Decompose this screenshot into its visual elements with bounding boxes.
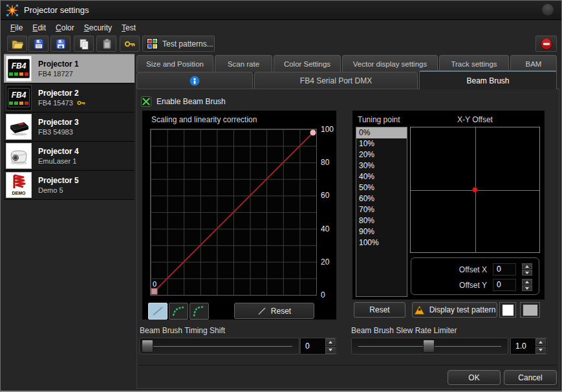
tab-fb4-serial-port-dmx[interactable]: FB4 Serial Port DMX bbox=[254, 72, 418, 89]
ok-button[interactable]: OK bbox=[448, 370, 501, 385]
gray-color-swatch-button[interactable] bbox=[520, 302, 540, 318]
offset-x-spinner[interactable] bbox=[522, 263, 532, 276]
spin-down-button[interactable] bbox=[325, 347, 336, 354]
security-key-button[interactable] bbox=[120, 36, 140, 52]
tab-scan-rate[interactable]: Scan rate bbox=[215, 55, 272, 72]
timing-shift-slider[interactable] bbox=[139, 338, 299, 354]
fb4-led-strip bbox=[9, 72, 28, 76]
projector-settings-window: Projector settings File Edit Color Secur… bbox=[0, 0, 562, 392]
fb4-badge: FB4 bbox=[12, 91, 27, 100]
spin-down-button[interactable] bbox=[535, 347, 546, 354]
tab-color-settings[interactable]: Color Settings bbox=[274, 55, 341, 72]
tab-vector-display-settings[interactable]: Vector display settings bbox=[342, 55, 438, 72]
projector-row-4[interactable]: Projector 4 EmuLaser 1 bbox=[4, 142, 135, 171]
tuning-reset-button[interactable]: Reset bbox=[354, 302, 405, 318]
tuning-point-item[interactable]: 70% bbox=[356, 204, 407, 215]
enable-beam-brush-checkbox[interactable] bbox=[141, 96, 151, 107]
tuning-point-title: Tuning point bbox=[358, 115, 400, 124]
offset-point-marker[interactable] bbox=[472, 187, 478, 193]
ease-out-curve-icon bbox=[171, 305, 186, 318]
spin-down-button[interactable] bbox=[522, 285, 532, 291]
menu-color[interactable]: Color bbox=[56, 23, 74, 32]
curve-steep-ease-button[interactable] bbox=[189, 303, 209, 320]
tuning-point-item[interactable]: 100% bbox=[356, 237, 407, 248]
window-control-button[interactable] bbox=[542, 4, 554, 16]
white-color-swatch-button[interactable] bbox=[499, 302, 516, 318]
copy-pages-icon bbox=[78, 38, 90, 50]
offset-y-input[interactable]: 0 bbox=[493, 279, 516, 291]
spin-up-button[interactable] bbox=[522, 263, 532, 269]
spin-down-button[interactable] bbox=[522, 270, 532, 276]
red-minus-icon bbox=[540, 38, 553, 50]
tab-beam-brush[interactable]: Beam Brush bbox=[419, 71, 557, 89]
tuning-point-item[interactable]: 50% bbox=[356, 182, 407, 193]
tuning-point-item[interactable]: 90% bbox=[356, 226, 407, 237]
projector-name: Projector 3 bbox=[38, 118, 79, 127]
timing-shift-slider-handle[interactable] bbox=[142, 340, 153, 353]
menu-test[interactable]: Test bbox=[122, 23, 136, 32]
menu-security[interactable]: Security bbox=[84, 23, 112, 32]
tab-track-settings[interactable]: Track settings bbox=[439, 55, 509, 72]
timing-shift-value-box[interactable]: 0 bbox=[300, 338, 337, 354]
beam-brush-panel: Enable Beam Brush Scaling and linearity … bbox=[136, 89, 559, 389]
save-button[interactable] bbox=[28, 36, 49, 52]
origin-value-label: 0 bbox=[153, 280, 157, 288]
y-tick-60: 60 bbox=[321, 191, 329, 200]
display-test-pattern-button[interactable]: * Display test pattern bbox=[412, 302, 497, 318]
slew-rate-spinner[interactable] bbox=[535, 338, 546, 354]
projector-row-5[interactable]: DEMO Projector 5 Demo 5 bbox=[4, 171, 135, 200]
tuning-point-item[interactable]: 40% bbox=[356, 171, 407, 182]
slew-rate-value-box[interactable]: 1.0 bbox=[510, 338, 547, 354]
offset-y-spinner[interactable] bbox=[522, 279, 532, 291]
tab-bam[interactable]: BAM bbox=[510, 55, 557, 72]
scaling-reset-button[interactable]: Reset bbox=[234, 303, 314, 319]
svg-text:*: * bbox=[418, 307, 421, 315]
spin-up-button[interactable] bbox=[522, 279, 532, 285]
save-as-button[interactable] bbox=[50, 36, 70, 52]
spin-up-button[interactable] bbox=[325, 338, 336, 346]
white-swatch bbox=[503, 305, 513, 316]
demo-logo-icon: DEMO bbox=[6, 172, 32, 198]
tab-info[interactable] bbox=[136, 72, 253, 89]
projector-row-3[interactable]: Projector 3 FB3 54983 bbox=[4, 113, 135, 142]
tuning-point-item[interactable]: 30% bbox=[356, 160, 407, 171]
menu-edit[interactable]: Edit bbox=[32, 23, 46, 32]
emulaser-projector-icon bbox=[6, 143, 32, 169]
open-button[interactable] bbox=[7, 36, 27, 52]
offset-x-input[interactable]: 0 bbox=[493, 263, 516, 276]
tuning-point-item[interactable]: 20% bbox=[356, 149, 407, 160]
disable-output-button[interactable] bbox=[535, 36, 557, 52]
tuning-point-list: 0% 10% 20% 30% 40% 50% 60% 70% 80% 90% 1… bbox=[356, 127, 407, 297]
curve-linear-button[interactable] bbox=[148, 303, 168, 320]
slew-rate-slider-handle[interactable] bbox=[423, 340, 435, 353]
laser-starburst-icon bbox=[6, 4, 19, 17]
curve-ease-out-button[interactable] bbox=[169, 303, 188, 320]
tuning-point-item[interactable]: 10% bbox=[356, 138, 407, 149]
tab-size-and-position[interactable]: Size and Position bbox=[136, 55, 213, 72]
paste-clipboard-icon bbox=[101, 38, 113, 50]
paste-button[interactable] bbox=[96, 36, 116, 52]
tuning-point-item[interactable]: 0% bbox=[356, 127, 407, 138]
menu-file[interactable]: File bbox=[10, 23, 23, 32]
projector-detail: FB4 15473 bbox=[38, 99, 73, 107]
tuning-point-item[interactable]: 60% bbox=[356, 193, 407, 204]
timing-shift-value: 0 bbox=[301, 342, 325, 351]
copy-button[interactable] bbox=[74, 36, 94, 52]
key-icon bbox=[124, 38, 136, 50]
timing-shift-spinner[interactable] bbox=[325, 338, 336, 354]
projector-detail: EmuLaser 1 bbox=[38, 157, 79, 165]
spin-up-button[interactable] bbox=[535, 338, 546, 346]
test-patterns-button[interactable]: Test patterns... bbox=[142, 36, 215, 52]
info-icon bbox=[189, 76, 200, 86]
cancel-button[interactable]: Cancel bbox=[504, 370, 557, 385]
tuning-point-item[interactable]: 80% bbox=[356, 215, 407, 226]
steep-curve-icon bbox=[192, 305, 206, 318]
linearity-curve-editor[interactable]: 0 bbox=[150, 129, 317, 296]
projector-row-1[interactable]: FB4 Projector 1 FB4 18727 bbox=[4, 54, 135, 83]
projector-row-2[interactable]: FB4 Projector 2 FB4 15473 bbox=[4, 83, 135, 113]
projector-name: Projector 1 bbox=[38, 60, 79, 69]
xy-offset-field[interactable] bbox=[410, 127, 540, 253]
save-as-floppy-icon bbox=[55, 38, 67, 50]
fb4-device-icon: FB4 bbox=[6, 56, 32, 82]
slew-rate-slider[interactable] bbox=[351, 338, 508, 354]
